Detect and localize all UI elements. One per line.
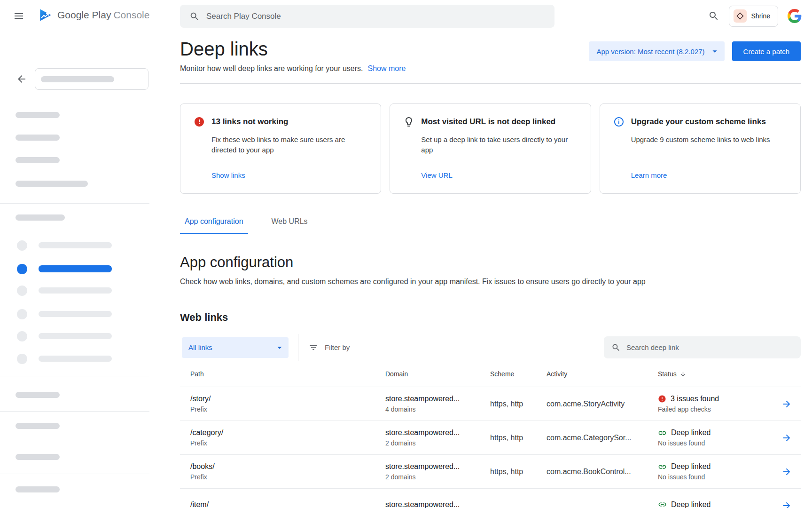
- search-icon: [189, 11, 200, 22]
- deep-link-search[interactable]: [604, 336, 801, 358]
- column-header-scheme[interactable]: Scheme: [490, 370, 547, 378]
- create-patch-button[interactable]: Create a patch: [732, 41, 801, 61]
- nav-item-skeleton[interactable]: [39, 356, 112, 362]
- column-header-activity[interactable]: Activity: [547, 370, 658, 378]
- logo-console: Console: [113, 9, 149, 20]
- active-nav-item-icon[interactable]: [17, 264, 27, 274]
- domain-count: 2 domains: [385, 439, 490, 447]
- filter-icon: [309, 343, 318, 352]
- nav-item-skeleton-icon[interactable]: [17, 331, 27, 341]
- domain-count: 4 domains: [385, 405, 490, 413]
- table-row[interactable]: /books/ Prefix store.steampowered... 2 d…: [180, 454, 801, 488]
- toolbar-divider: [298, 334, 298, 361]
- card-body: Set up a deep link to take users directl…: [421, 135, 577, 155]
- scheme-value: https, http: [490, 434, 547, 442]
- play-triangle-icon: [38, 8, 53, 23]
- global-search-input[interactable]: [206, 12, 545, 21]
- status-value: 3 issues found: [671, 394, 719, 404]
- table-header: Path Domain Scheme Activity Status: [180, 361, 801, 387]
- section-title: App configuration: [180, 254, 801, 271]
- nav-item-skeleton-icon[interactable]: [17, 309, 27, 319]
- column-header-path[interactable]: Path: [180, 370, 385, 378]
- play-console-logo[interactable]: Google PlayConsole: [38, 8, 149, 23]
- logo-text: Google PlayConsole: [57, 9, 149, 21]
- filter-by-label: Filter by: [325, 343, 350, 351]
- skeleton-bar: [16, 486, 60, 492]
- show-more-link[interactable]: Show more: [368, 64, 406, 73]
- show-links-link[interactable]: Show links: [211, 171, 367, 179]
- topbar-right: Shrine: [708, 0, 802, 32]
- path-value: /category/: [190, 428, 385, 437]
- skeleton-bar: [41, 76, 114, 82]
- nav-item-skeleton[interactable]: [39, 311, 112, 317]
- chevron-down-icon: [710, 46, 720, 56]
- section-description: Check how web links, domains, and custom…: [180, 278, 801, 286]
- status-header-label: Status: [658, 370, 677, 378]
- path-type: Prefix: [190, 473, 385, 481]
- status-detail: No issues found: [658, 473, 773, 481]
- nav-item-skeleton[interactable]: [39, 287, 112, 294]
- error-icon: [658, 395, 666, 403]
- row-detail-arrow[interactable]: [773, 467, 801, 477]
- error-icon: [194, 116, 205, 127]
- scheme-value: https, http: [490, 400, 547, 408]
- links-filter-dropdown[interactable]: All links: [182, 337, 289, 358]
- activity-value: com.acme.CategorySor...: [547, 434, 658, 442]
- path-type: Prefix: [190, 439, 385, 447]
- learn-more-link[interactable]: Learn more: [631, 171, 787, 179]
- domain-count: 2 domains: [385, 473, 490, 481]
- page-selector-skeleton[interactable]: [35, 68, 148, 90]
- sidebar-divider: [0, 411, 149, 412]
- google-account-icon[interactable]: [788, 9, 802, 23]
- deep-link-search-input[interactable]: [626, 343, 793, 351]
- status-detail: No issues found: [658, 439, 773, 447]
- link-icon: [658, 462, 667, 471]
- skeleton-bar: [16, 157, 60, 163]
- row-detail-arrow[interactable]: [773, 399, 801, 409]
- nav-item-skeleton[interactable]: [39, 242, 112, 248]
- table-row[interactable]: /item/ store.steampowered... Deep linked: [180, 488, 801, 508]
- domain-value: store.steampowered...: [385, 394, 490, 404]
- skeleton-bar: [16, 423, 60, 429]
- insight-cards: 13 links not working Fix these web links…: [180, 103, 801, 194]
- app-selector-chip[interactable]: Shrine: [729, 6, 778, 27]
- lightbulb-icon: [403, 116, 414, 127]
- nav-item-skeleton-icon[interactable]: [17, 240, 27, 251]
- table-row[interactable]: /story/ Prefix store.steampowered... 4 d…: [180, 387, 801, 421]
- nav-item-skeleton[interactable]: [39, 333, 112, 339]
- info-icon: [613, 116, 625, 127]
- global-search[interactable]: [180, 5, 554, 28]
- nav-item-skeleton-icon[interactable]: [17, 354, 27, 364]
- card-title: Most visited URL is not deep linked: [421, 117, 555, 127]
- filter-by-button[interactable]: Filter by: [309, 343, 350, 352]
- page-subtitle: Monitor how well deep links are working …: [180, 64, 363, 73]
- column-header-status[interactable]: Status: [658, 370, 773, 378]
- table-row[interactable]: /category/ Prefix store.steampowered... …: [180, 421, 801, 454]
- path-value: /books/: [190, 462, 385, 471]
- back-arrow-icon[interactable]: [16, 73, 27, 85]
- sidebar-divider: [0, 474, 149, 474]
- app-version-dropdown[interactable]: App version: Most recent (8.2.027): [589, 41, 724, 61]
- search-icon: [611, 343, 621, 352]
- active-nav-item[interactable]: [39, 265, 112, 272]
- row-detail-arrow[interactable]: [773, 433, 801, 443]
- status-value: Deep linked: [671, 462, 711, 471]
- skeleton-bar: [16, 181, 88, 187]
- status-value: Deep linked: [671, 500, 711, 508]
- shrine-app-icon: [734, 9, 747, 23]
- row-detail-arrow[interactable]: [773, 500, 801, 508]
- card-links-not-working: 13 links not working Fix these web links…: [180, 103, 381, 194]
- path-type: Prefix: [190, 405, 385, 413]
- view-url-link[interactable]: View URL: [421, 171, 577, 179]
- search-icon-secondary[interactable]: [708, 10, 719, 22]
- nav-item-skeleton-icon[interactable]: [17, 286, 27, 296]
- web-links-toolbar: All links Filter by: [180, 334, 801, 361]
- tab-web-urls[interactable]: Web URLs: [267, 217, 312, 234]
- menu-icon[interactable]: [13, 10, 24, 22]
- link-icon: [658, 500, 667, 508]
- skeleton-bar: [16, 392, 60, 398]
- skeleton-bar: [16, 214, 65, 221]
- tab-app-configuration[interactable]: App configuration: [180, 217, 248, 234]
- column-header-domain[interactable]: Domain: [385, 370, 490, 378]
- card-title: 13 links not working: [211, 117, 288, 127]
